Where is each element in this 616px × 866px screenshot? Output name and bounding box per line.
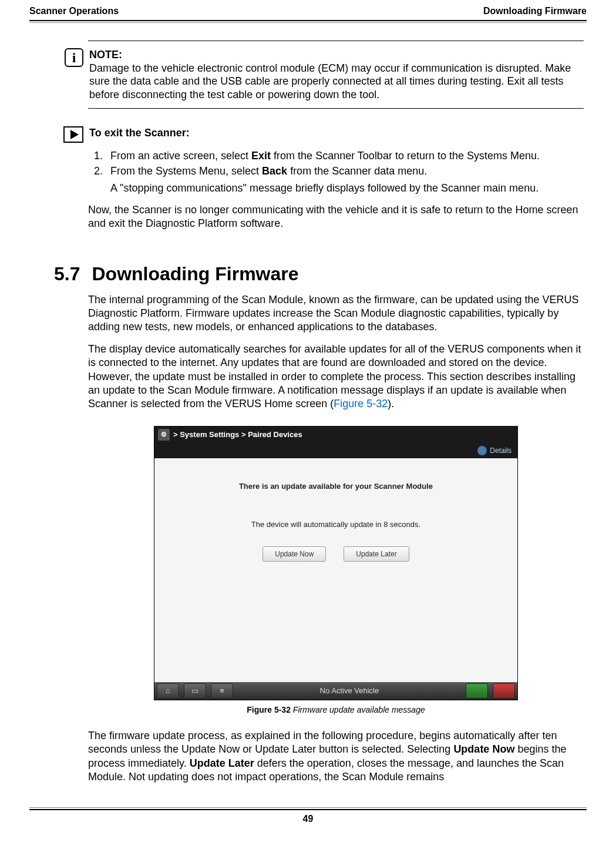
play-icon [63, 126, 83, 143]
figure-screenshot: ⚙ > System Settings > Paired Devices Det… [154, 426, 518, 700]
section-title: Downloading Firmware [92, 263, 298, 284]
section-p2: The display device automatically searche… [88, 343, 584, 411]
screenshot-titlebar: ⚙ > System Settings > Paired Devices [154, 427, 517, 443]
step-2: From the Systems Menu, select Back from … [106, 164, 584, 195]
info-icon: i [65, 48, 83, 67]
header-right: Downloading Firmware [483, 6, 587, 16]
status-icon-red[interactable] [493, 683, 515, 699]
note-block: i NOTE: Damage to the vehicle electronic… [88, 48, 584, 101]
screenshot-subbar: Details [154, 443, 517, 458]
note-label: NOTE: [89, 49, 122, 61]
section-heading: 5.7Downloading Firmware [54, 263, 584, 285]
details-icon [477, 446, 487, 455]
section-p1: The internal programming of the Scan Mod… [88, 293, 584, 334]
exit-heading: To exit the Scanner: [89, 126, 190, 140]
status-icon-green[interactable] [466, 683, 488, 699]
step-2-sub: A "stopping communications" message brie… [110, 181, 584, 195]
exit-steps: From an active screen, select Exit from … [88, 149, 584, 195]
section-number: 5.7 [54, 263, 80, 284]
note-text: Damage to the vehicle electronic control… [89, 62, 571, 100]
header-left: Scanner Operations [29, 6, 119, 16]
section-p3: The firmware update process, as explaine… [88, 729, 584, 784]
home-icon[interactable]: ⌂ [157, 683, 179, 699]
page-header: Scanner Operations Downloading Firmware [29, 6, 587, 21]
windows-icon[interactable]: ▭ [184, 683, 206, 699]
exit-closing: Now, the Scanner is no longer communicat… [88, 203, 584, 231]
app-icon: ⚙ [158, 429, 170, 441]
status-text: No Active Vehicle [235, 686, 463, 695]
figure-caption: Figure 5-32 Firmware update available me… [154, 705, 518, 714]
figure-reference-link[interactable]: Figure 5-32 [334, 398, 388, 409]
update-message-1: There is an update available for your Sc… [154, 482, 517, 491]
update-message-2: The device will automatically update in … [154, 520, 517, 529]
menu-icon[interactable]: ≡ [211, 683, 233, 699]
screenshot-bottombar: ⌂ ▭ ≡ No Active Vehicle [154, 682, 517, 700]
update-now-button[interactable]: Update Now [262, 546, 326, 562]
step-1: From an active screen, select Exit from … [106, 149, 584, 163]
details-label[interactable]: Details [490, 447, 511, 455]
page-number: 49 [29, 809, 587, 824]
update-later-button[interactable]: Update Later [344, 546, 409, 562]
